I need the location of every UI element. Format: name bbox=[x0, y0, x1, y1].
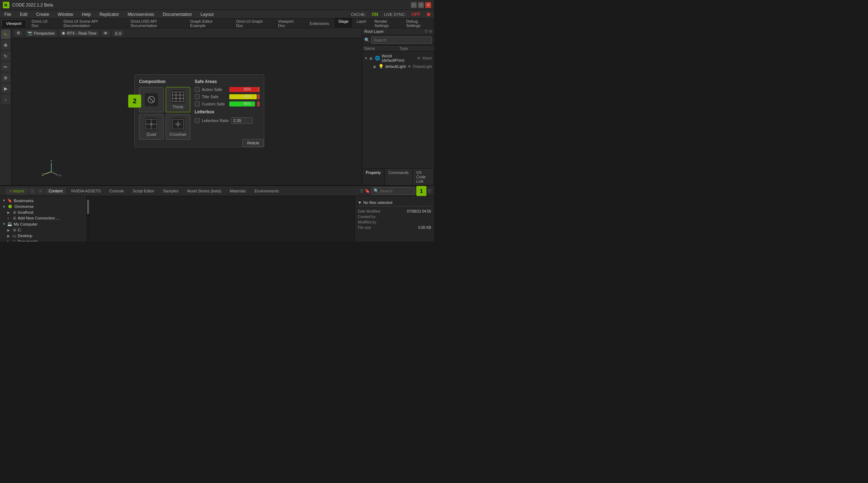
rbt-property[interactable]: Property bbox=[362, 169, 385, 185]
rbt-vscode[interactable]: VS Code Link bbox=[413, 169, 434, 185]
menu-edit[interactable]: Edit bbox=[18, 11, 29, 18]
bottom-tab-nvidia[interactable]: NVIDIA ASSETS bbox=[68, 188, 104, 194]
tree-item-light[interactable]: ◉ 💡 defaultLight 👁 DistantLight bbox=[362, 63, 434, 70]
rbt-commands[interactable]: Commands bbox=[385, 169, 413, 185]
bottom-tab-asset-stores[interactable]: Asset Stores (beta) bbox=[183, 188, 225, 194]
light-eye-icon[interactable]: ◉ bbox=[373, 65, 376, 69]
file-item-localhost[interactable]: ▶ 🖥 localhost bbox=[0, 209, 86, 215]
tree-scrollbar[interactable] bbox=[87, 196, 90, 242]
tab-omniui-graph[interactable]: Omni.UI Graph Doc bbox=[231, 17, 273, 30]
world-eye-icon[interactable]: ◉ bbox=[369, 56, 373, 60]
tree-col-name: Name bbox=[364, 46, 399, 51]
menu-layout[interactable]: Layout bbox=[199, 11, 215, 18]
right-tab-layer[interactable]: Layer bbox=[353, 18, 370, 29]
menu-help[interactable]: Help bbox=[81, 11, 92, 18]
bottom-tab-console[interactable]: Console bbox=[106, 188, 127, 194]
tab-omniui-doc[interactable]: Omni::UI Doc bbox=[27, 17, 58, 30]
tree-item-world[interactable]: ▼ ◉ 🌐 World (defaultPrim) 👁 Xform bbox=[362, 53, 434, 63]
tab-graph-editor[interactable]: Graph Editor Example bbox=[186, 17, 231, 30]
composition-grid: Thirds bbox=[139, 87, 190, 140]
tab-extensions[interactable]: Extensions bbox=[305, 19, 334, 27]
action-safe-end bbox=[257, 87, 260, 92]
light-vis-icon[interactable]: 👁 bbox=[408, 65, 411, 69]
menu-window[interactable]: Window bbox=[56, 11, 75, 18]
maximize-button[interactable]: □ bbox=[418, 2, 424, 8]
tool-move[interactable]: ✥ bbox=[1, 40, 10, 50]
tool-more[interactable]: › bbox=[1, 95, 10, 104]
action-safe-checkbox[interactable] bbox=[195, 87, 200, 92]
menu-documentation[interactable]: Documentation bbox=[161, 11, 194, 18]
desktop-icon: 🗂 bbox=[12, 234, 16, 238]
viewport-camera-btn[interactable]: 📷 Perspective bbox=[25, 30, 57, 36]
viewport-eye-btn[interactable]: 👁 bbox=[101, 30, 110, 36]
title-safe-checkbox[interactable] bbox=[195, 94, 200, 99]
add-conn-name: Add New Connection ... bbox=[18, 216, 60, 220]
nav-fwd-btn[interactable]: › bbox=[37, 188, 44, 194]
comp-btn-off[interactable] bbox=[139, 87, 164, 112]
menu-create[interactable]: Create bbox=[35, 11, 51, 18]
right-tab-render[interactable]: Render Settings bbox=[371, 18, 402, 29]
bottom-tab-samples[interactable]: Samples bbox=[159, 188, 182, 194]
file-item-mycomputer[interactable]: ▼ 💻 My Computer bbox=[0, 221, 86, 227]
reticle-button[interactable]: Reticle bbox=[242, 139, 264, 147]
minimize-button[interactable]: ─ bbox=[411, 2, 417, 8]
comp-btn-thirds[interactable]: Thirds bbox=[166, 87, 190, 112]
letterbox-ratio-input[interactable] bbox=[231, 117, 253, 124]
right-tab-stage[interactable]: Stage bbox=[335, 18, 352, 29]
viewport-wifi-btn[interactable]: ((·)) bbox=[113, 30, 123, 36]
bottom-tab-environments[interactable]: Environments bbox=[251, 188, 282, 194]
quad-label: Quad bbox=[147, 132, 156, 136]
content-bookmark-icon[interactable]: 🔖 bbox=[365, 188, 370, 193]
tab-omniui-scene[interactable]: Omni.UI Scene API Documentation bbox=[59, 17, 125, 30]
filter-icon[interactable]: ▽ bbox=[425, 29, 428, 34]
tool-snap[interactable]: ⊕ bbox=[1, 73, 10, 82]
tool-play[interactable]: ▶ bbox=[1, 84, 10, 93]
file-item-documents[interactable]: ▶ 🗂 Documents bbox=[0, 239, 86, 242]
menu-microservices[interactable]: Microservices bbox=[126, 11, 155, 18]
comp-btn-quad[interactable]: Quad bbox=[139, 114, 164, 140]
world-vis-icon[interactable]: 👁 bbox=[417, 56, 421, 60]
bottom-tab-script[interactable]: Script Editor bbox=[129, 188, 158, 194]
content-filter-icon[interactable]: ▽ bbox=[360, 188, 363, 193]
light-type: DistantLight bbox=[413, 65, 432, 69]
livesync-dot-icon bbox=[426, 12, 431, 17]
comp-btn-crosshair[interactable]: Crosshair bbox=[166, 114, 190, 140]
search-input[interactable] bbox=[371, 36, 432, 44]
badge-1: 1 bbox=[416, 186, 426, 196]
tab-omniusd[interactable]: Omni.USD API Documentation bbox=[126, 17, 185, 30]
file-item-c[interactable]: ▶ 🖥 C: bbox=[0, 227, 86, 233]
file-item-omniverse[interactable]: ▼ Omniverse bbox=[0, 204, 86, 209]
menu-dots-icon[interactable]: ≡ bbox=[429, 29, 432, 34]
custom-safe-checkbox[interactable] bbox=[195, 101, 200, 106]
file-item-add-connection[interactable]: + 🖥 Add New Connection ... bbox=[0, 215, 86, 221]
tab-viewport-doc[interactable]: Viewport Doc bbox=[273, 17, 304, 30]
tool-rotate[interactable]: ↻ bbox=[1, 51, 10, 61]
tab-viewport[interactable]: Viewport bbox=[1, 19, 26, 27]
file-item-desktop[interactable]: ▶ 🗂 Desktop bbox=[0, 233, 86, 239]
bottom-tab-materials[interactable]: Materials bbox=[226, 188, 249, 194]
nav-back-btn[interactable]: ‹ bbox=[29, 188, 36, 194]
cache-status: CACHE: ON LIVE SYNC: OFF bbox=[351, 12, 431, 17]
file-item-bookmarks[interactable]: ▼ 🔖 Bookmarks bbox=[0, 197, 86, 204]
menu-file[interactable]: File bbox=[3, 11, 13, 18]
import-button[interactable]: + Import bbox=[6, 188, 28, 194]
mycomputer-icon: 💻 bbox=[7, 222, 12, 226]
viewport-settings-btn[interactable]: ⚙ bbox=[14, 30, 22, 36]
tool-edit[interactable]: ✏ bbox=[1, 62, 10, 71]
content-filter2-icon[interactable]: ▽ bbox=[428, 188, 431, 193]
collapse-icon[interactable]: ▼ bbox=[358, 200, 362, 205]
perspective-label: Perspective bbox=[34, 31, 55, 35]
badge-2: 2 bbox=[128, 95, 141, 108]
rtx-icon: ◉ bbox=[62, 31, 65, 35]
light-expand-icon bbox=[368, 65, 372, 69]
svg-point-29 bbox=[8, 205, 12, 208]
close-button[interactable]: ✕ bbox=[425, 2, 431, 8]
bottom-tab-content[interactable]: Content bbox=[45, 188, 66, 194]
letterbox-checkbox[interactable] bbox=[195, 118, 200, 123]
menu-replicator[interactable]: Replicator bbox=[98, 11, 120, 18]
livesync-value: OFF bbox=[412, 12, 420, 17]
right-tab-debug[interactable]: Debug Settings bbox=[403, 18, 433, 29]
tree-scroll-thumb[interactable] bbox=[87, 200, 89, 214]
viewport-rtx-btn[interactable]: ◉ RTX - Real-Time bbox=[60, 30, 99, 36]
tool-select[interactable]: ↖ bbox=[1, 30, 10, 39]
